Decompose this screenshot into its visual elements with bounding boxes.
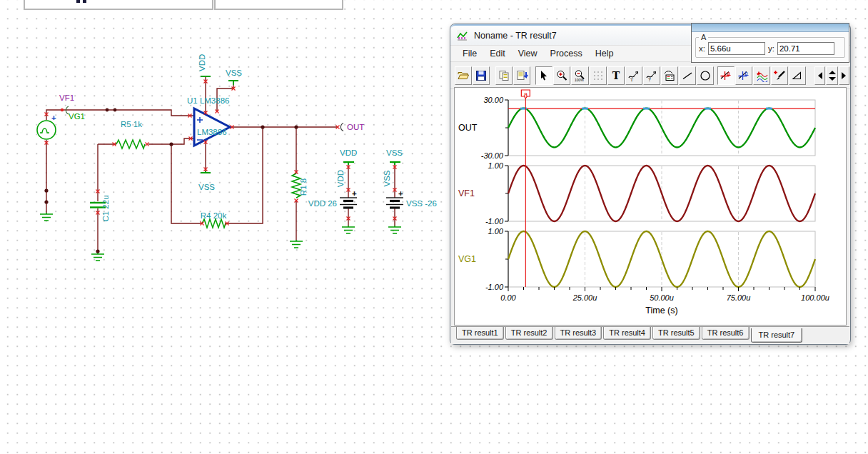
x-tick-label: 0.00 (500, 293, 516, 302)
zoom-out-100-button[interactable]: 100% (571, 66, 588, 85)
x-tick-label: 75.00u (727, 293, 751, 302)
opamp-vdd-pin-label: VDD (198, 54, 206, 71)
opamp-u1-lm3886[interactable]: LM3886 (194, 109, 230, 146)
tab-tr-result4[interactable]: TR result4 (603, 327, 651, 340)
cursor-group-label: A (699, 33, 708, 41)
menu-edit[interactable]: Edit (483, 47, 512, 60)
series-label-VG1: VG1 (458, 254, 476, 264)
save-icon (475, 69, 488, 82)
copy-button[interactable] (495, 66, 513, 85)
copy-icon (498, 69, 510, 82)
save-button[interactable] (473, 66, 490, 85)
x-axis-title: Time (s) (645, 306, 677, 316)
tab-tr-result7[interactable]: TR result7 (751, 328, 803, 343)
text-button[interactable]: T (607, 66, 625, 85)
svg-text:T: T (612, 70, 620, 81)
source-plus-label: + (51, 113, 56, 122)
menu-view[interactable]: View (512, 47, 544, 60)
menu-process[interactable]: Process (544, 47, 589, 60)
rail-bars[interactable] (201, 76, 400, 173)
y-tick-label: 30.00 (483, 96, 503, 104)
corner-marker-button[interactable] (789, 66, 806, 85)
vss-plus-sign: + (398, 189, 403, 198)
trace-picker-icon (773, 69, 786, 82)
cursor-y-input[interactable] (777, 42, 834, 55)
out-label[interactable]: OUT (347, 123, 364, 131)
r5-label[interactable]: R5 1k (121, 120, 142, 128)
vdd-wire-label: VDD (336, 170, 345, 187)
cursor-x-label: x: (699, 44, 705, 53)
vss-wire-label: VSS (383, 170, 391, 186)
tab-tr-result5[interactable]: TR result5 (652, 327, 700, 340)
c1-label[interactable]: C1 22u (101, 195, 110, 221)
resistor-r5[interactable] (116, 140, 145, 148)
app-icon (457, 30, 468, 41)
vdd-source-label[interactable]: VDD 26 (308, 199, 337, 208)
cursor-b-button[interactable]: b (735, 66, 752, 85)
open-button[interactable] (455, 66, 472, 85)
y-tick-label: -30.00 (481, 151, 504, 160)
add-curve-button[interactable] (753, 66, 770, 85)
x-tick-label: 25.00u (572, 293, 597, 302)
nav-right-button[interactable] (839, 66, 849, 85)
nav-spinner-icon (828, 69, 837, 82)
battery-vdd[interactable] (340, 198, 357, 208)
cursor-a-button[interactable]: a (717, 66, 735, 85)
legend-button[interactable] (661, 66, 678, 85)
cursor-x-input[interactable] (708, 42, 765, 55)
ellipse-icon (699, 69, 712, 82)
cursor-y-label: y: (768, 44, 774, 53)
out-pin-curve (340, 123, 343, 131)
svg-text:?: ? (648, 77, 651, 82)
pointer-button[interactable] (535, 66, 552, 85)
trace-picker-button[interactable] (771, 66, 788, 85)
copy-special-button[interactable] (513, 66, 530, 85)
tab-tr-result2[interactable]: TR result2 (505, 327, 553, 340)
menu-file[interactable]: File (456, 47, 483, 60)
tab-tr-result6[interactable]: TR result6 (702, 327, 750, 340)
cursor-panel-header[interactable] (692, 24, 849, 32)
battery-vss[interactable] (386, 198, 403, 208)
r1-label[interactable]: R1 8 (299, 178, 308, 196)
grid-button[interactable] (590, 66, 607, 85)
opamp-chip-label: LM3886 (197, 128, 227, 136)
vf1-label[interactable]: VF1 (59, 94, 74, 102)
resistor-r4[interactable] (202, 219, 226, 228)
opamp-vss-bottom-label: VSS (198, 183, 215, 191)
tab-tr-result1[interactable]: TR result1 (456, 327, 504, 340)
corner-marker-icon (791, 69, 804, 82)
x-tick-label: 100.00u (801, 293, 829, 302)
menu-help[interactable]: Help (589, 47, 620, 60)
nav-left-button[interactable] (814, 66, 825, 85)
r4-label[interactable]: R4 20k (201, 211, 227, 220)
window-title: Noname - TR result7 (474, 31, 557, 41)
tab-tr-result3[interactable]: TR result3 (555, 327, 602, 340)
line-button[interactable] (679, 66, 696, 85)
opamp-vss-top-label: VSS (226, 69, 242, 77)
ellipse-button[interactable] (697, 66, 714, 85)
chart-area[interactable]: 30.00-30.00OUT1.00-1.00VF11.00-1.00VG10.… (454, 87, 847, 326)
vf1-probe-dot[interactable] (61, 109, 64, 111)
nav-right-icon (840, 71, 847, 80)
cursor-a-icon: a (720, 69, 732, 82)
cursor-coordinates-panel: A x: y: (691, 23, 849, 63)
annotate-time-button[interactable]: T (625, 66, 642, 85)
waveform-chart[interactable]: 30.00-30.00OUT1.00-1.00VF11.00-1.00VG10.… (455, 88, 846, 325)
pointer-icon (538, 69, 550, 82)
open-icon (457, 69, 470, 82)
nav-spinner-button[interactable] (826, 66, 838, 85)
y-tick-label: 1.00 (488, 227, 504, 236)
cursor-b-icon: b (737, 69, 750, 82)
annotate-query-button[interactable]: ? (643, 66, 660, 85)
zoom-in-button[interactable] (553, 66, 570, 85)
cursor-a-flag-label: a (524, 90, 528, 98)
annotate-time-icon: T (627, 69, 640, 82)
vss-source-label[interactable]: VSS -26 (406, 199, 437, 208)
tr-result-window: Noname - TR result7 File Edit View Proce… (450, 24, 851, 345)
schematic-canvas[interactable]: + LM3886 (0, 0, 450, 371)
u1-label[interactable]: U1 LM3886 (187, 96, 229, 105)
y-tick-label: -1.00 (485, 283, 504, 291)
vg1-label[interactable]: VG1 (69, 112, 85, 121)
vdd-plus-sign: + (352, 189, 357, 198)
toolbar: 100% T T ? a b (450, 62, 850, 89)
